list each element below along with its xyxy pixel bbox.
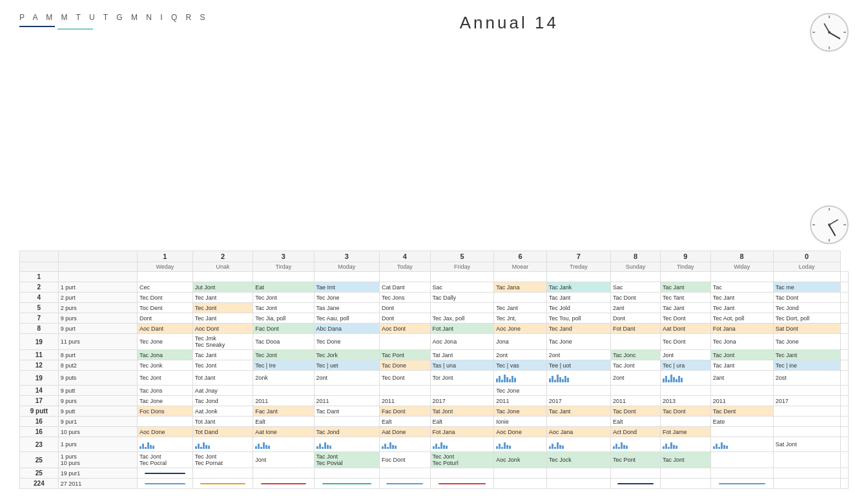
cell: Tac bbox=[710, 282, 773, 293]
cell: Dont bbox=[379, 303, 430, 313]
cell: Tac Jana bbox=[494, 282, 546, 293]
mini-bar bbox=[198, 444, 200, 449]
cell: 2017 bbox=[773, 396, 840, 406]
title-area: Annual 14 bbox=[209, 13, 810, 33]
row-number: 224 bbox=[20, 479, 59, 489]
table-row: 231 pursSat Jont bbox=[20, 437, 849, 452]
col-2-num: 2 bbox=[192, 251, 253, 262]
mini-bar bbox=[668, 447, 670, 449]
cell: Tec Aau, poll bbox=[314, 313, 379, 324]
mini-bar bbox=[559, 377, 561, 382]
mini-bar bbox=[140, 446, 141, 449]
mini-bar bbox=[718, 447, 720, 449]
cell bbox=[840, 468, 848, 479]
mini-bar bbox=[389, 442, 391, 449]
day-today: Today bbox=[379, 262, 430, 272]
cell: Tec Jork bbox=[314, 350, 379, 360]
cell: Tac Jank bbox=[546, 282, 610, 293]
cell-col1: Tac Jone bbox=[138, 396, 193, 406]
cell: Tec Jont bbox=[253, 293, 314, 303]
mini-bar bbox=[716, 444, 718, 449]
cell: Sac bbox=[430, 282, 494, 293]
cell bbox=[610, 468, 660, 479]
mini-bar bbox=[673, 445, 675, 449]
row-label: 10 purs bbox=[58, 427, 137, 437]
cell bbox=[253, 468, 314, 479]
mini-bar bbox=[435, 444, 437, 449]
mini-bar bbox=[150, 445, 152, 449]
cell bbox=[546, 272, 610, 282]
tick-top bbox=[829, 16, 830, 18]
table-row: 169 pur1Tot JantEaltEaltEaltIonieEaltEat… bbox=[20, 417, 849, 427]
row-label: 9 purs bbox=[58, 313, 137, 324]
cell bbox=[314, 479, 379, 489]
cell-col1: Tec Dont bbox=[138, 293, 193, 303]
cell-col1: Tec Jone bbox=[138, 334, 193, 350]
cell: Tec Jond bbox=[773, 303, 840, 313]
mini-bar bbox=[676, 379, 677, 382]
cell: Tec Jock bbox=[546, 452, 610, 468]
cell bbox=[610, 272, 660, 282]
mini-bar bbox=[255, 446, 257, 449]
row-number: 25 bbox=[20, 452, 59, 468]
cell: Tac Jonc bbox=[610, 350, 660, 360]
row-number: 2 bbox=[20, 282, 59, 293]
annual-table: 1 2 3 3 4 5 6 7 8 9 8 0 Weday bbox=[19, 251, 849, 489]
cell: Tec Tant bbox=[660, 293, 710, 303]
day-tinday: Tinday bbox=[660, 262, 710, 272]
cell bbox=[379, 479, 430, 489]
cell bbox=[610, 334, 660, 350]
cell: 2onk bbox=[253, 371, 314, 386]
cell: Tac Jond bbox=[314, 427, 379, 437]
cell bbox=[840, 324, 848, 334]
cell: Aoc Jona bbox=[430, 334, 494, 350]
cell bbox=[192, 479, 253, 489]
mini-bar bbox=[387, 447, 389, 449]
mini-bar bbox=[329, 446, 331, 449]
cell-col1: Tac Jona bbox=[138, 350, 193, 360]
page-wrapper: P A M M T U T G M N I Q R S Annual 14 bbox=[0, 0, 868, 496]
cell bbox=[840, 396, 848, 406]
row-label: 1 purt bbox=[58, 282, 137, 293]
cell: Tec Jold bbox=[546, 303, 610, 313]
cell: Tac me bbox=[773, 282, 840, 293]
cell: Ealt bbox=[610, 417, 660, 427]
tick-top-2 bbox=[829, 208, 830, 211]
cell: Tac Pont bbox=[379, 350, 430, 360]
mini-bar bbox=[726, 446, 728, 449]
cell bbox=[192, 272, 253, 282]
mini-bar bbox=[670, 442, 672, 449]
mini-bar bbox=[723, 445, 725, 449]
cell bbox=[840, 452, 848, 468]
mini-bar bbox=[496, 446, 498, 449]
mini-bar bbox=[319, 444, 321, 449]
underline-1 bbox=[19, 26, 55, 27]
mini-bar bbox=[509, 379, 511, 382]
cell: Tac Jant bbox=[192, 350, 253, 360]
mini-bar bbox=[504, 375, 506, 382]
cell bbox=[773, 452, 840, 468]
col-3-num: 3 bbox=[253, 251, 314, 262]
clocks-area bbox=[810, 13, 849, 244]
cell bbox=[314, 272, 379, 282]
tick-right-2 bbox=[843, 224, 846, 225]
cell bbox=[253, 437, 314, 452]
cell: Tac Jant bbox=[710, 360, 773, 371]
cell bbox=[710, 452, 773, 468]
cell: 2ont bbox=[610, 371, 660, 386]
day-tirday: Tirday bbox=[253, 262, 314, 272]
mini-bar bbox=[676, 446, 677, 449]
day-friday: Friday bbox=[430, 262, 494, 272]
mini-bar bbox=[142, 444, 144, 449]
cell: Fot Jame bbox=[660, 427, 710, 437]
cell: Tec Jand bbox=[546, 324, 610, 334]
cell bbox=[773, 427, 840, 437]
cell bbox=[546, 468, 610, 479]
row-label: 27 2011 bbox=[58, 479, 137, 489]
cell bbox=[494, 468, 546, 479]
cell: Aoc Jonk bbox=[494, 452, 546, 468]
cell: Ealt bbox=[430, 417, 494, 427]
mini-bar bbox=[670, 375, 672, 382]
cell: Aoc Dont bbox=[379, 324, 430, 334]
mini-bar bbox=[506, 377, 508, 382]
